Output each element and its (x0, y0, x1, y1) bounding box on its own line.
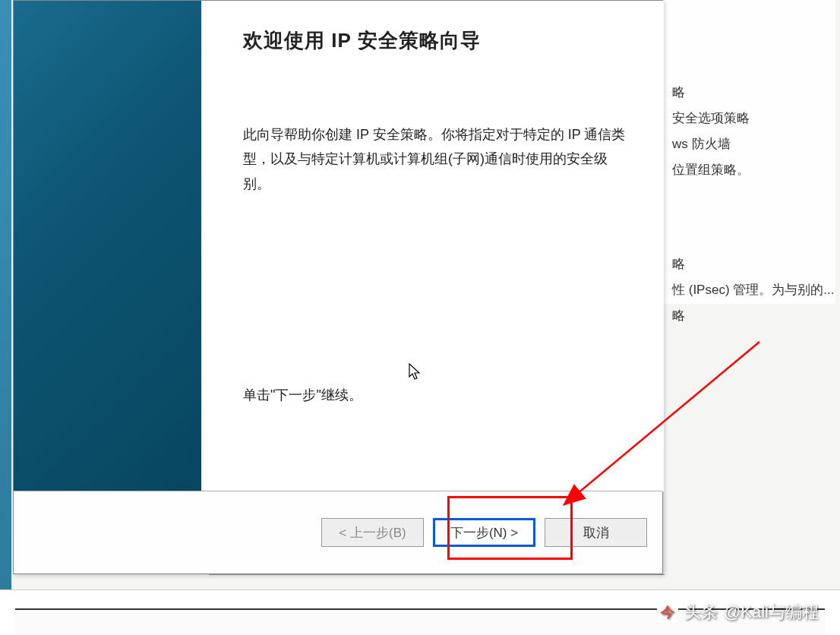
wizard-content-area: 欢迎使用 IP 安全策略向导 此向导帮助你创建 IP 安全策略。你将指定对于特定… (201, 1, 664, 491)
attribution-author: @Kali与编程 (724, 601, 819, 624)
attribution-watermark: 今 头条 @Kali与编程 (657, 601, 819, 624)
wizard-title: 欢迎使用 IP 安全策略向导 (243, 27, 626, 54)
bg-text-line: ws 防火墙 (672, 131, 824, 157)
next-button[interactable]: 下一步(N) > (433, 518, 535, 547)
wizard-button-bar: < 上一步(B) 下一步(N) > 取消 (14, 491, 662, 573)
bg-text-line: 略 (672, 80, 824, 106)
back-button: < 上一步(B) (321, 518, 424, 547)
wizard-hint: 单击"下一步"继续。 (243, 386, 626, 404)
desktop-background (0, 0, 11, 635)
cancel-button[interactable]: 取消 (545, 518, 647, 547)
attribution-platform: 头条 (684, 601, 718, 624)
wizard-sidebar-graphic (14, 1, 201, 491)
bg-text-line: 安全选项策略 (672, 106, 824, 131)
background-window: 略 安全选项策略 ws 防火墙 位置组策略。 略 性 (IPsec) 管理。为与… (661, 0, 835, 304)
bg-text-line: 略 (672, 251, 824, 277)
toutiao-icon: 今 (657, 602, 678, 623)
bg-text-line: 略 (672, 303, 824, 329)
bg-text-line: 性 (IPsec) 管理。为与别的... (672, 277, 824, 303)
wizard-dialog: 欢迎使用 IP 安全策略向导 此向导帮助你创建 IP 安全策略。你将指定对于特定… (13, 0, 663, 574)
wizard-description: 此向导帮助你创建 IP 安全策略。你将指定对于特定的 IP 通信类型，以及与特定… (243, 122, 626, 196)
bg-text-line: 位置组策略。 (672, 157, 824, 183)
separator-line (209, 574, 665, 575)
